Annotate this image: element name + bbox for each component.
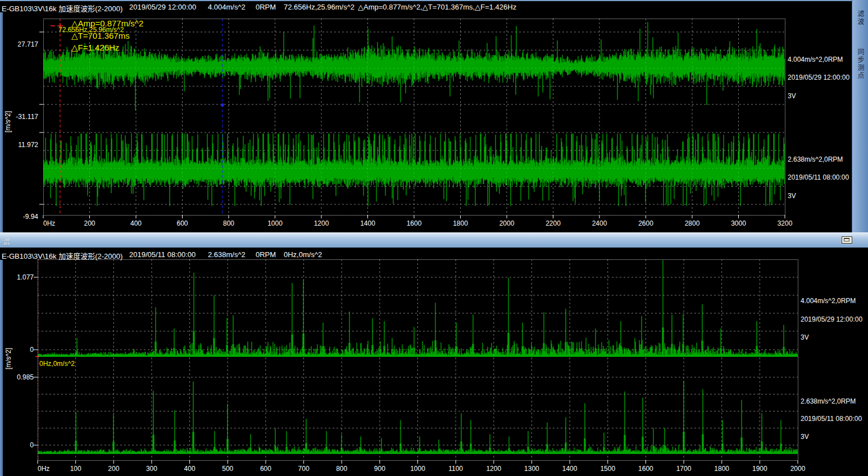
x-tick-label: 400 xyxy=(184,465,196,473)
x-tick-label: 2000 xyxy=(790,465,806,473)
x-tick-label: 2600 xyxy=(638,219,653,227)
right-toolbar: 滤波 同步测点 xyxy=(852,0,868,232)
spectrum-window-title: 谱 xyxy=(3,236,10,246)
restore-window-icon xyxy=(844,238,849,241)
waveform-right-label: 2019/05/11 08:00:00 xyxy=(788,173,849,181)
spectrum-right-label: 2019/05/11 08:00:00 xyxy=(801,415,862,423)
x-tick-label: 100 xyxy=(70,465,81,473)
x-tick-label: 1500 xyxy=(600,465,615,473)
spectrum-right-label: 2.638m/s^2,0RPM xyxy=(801,397,856,405)
waveform-right-label: 3V xyxy=(788,92,796,100)
delta-f-annotation: △F=1.426Hz xyxy=(71,43,119,53)
x-tick-label: 1700 xyxy=(676,465,692,473)
x-tick-label: 0Hz xyxy=(43,219,55,227)
waveform-delta-readout: △Amp=0.877m/s^2,△T=701.367ms,△F=1.426Hz xyxy=(358,3,516,11)
spectrum-right-label: 4.004m/s^2,0RPM xyxy=(801,297,856,305)
x-tick-label: 2200 xyxy=(546,219,561,227)
x-tick-label: 2800 xyxy=(685,219,700,227)
x-tick-label: 1600 xyxy=(638,465,653,473)
waveform-datetime: 2019/05/29 12:00:00 xyxy=(129,3,196,11)
x-tick-label: 1600 xyxy=(407,219,422,227)
spectrum-right-label: 2019/05/29 12:00:00 xyxy=(801,315,862,323)
x-tick-label: 1300 xyxy=(524,465,539,473)
x-tick-label: 800 xyxy=(336,465,347,473)
x-tick-label: 200 xyxy=(108,465,119,473)
spectrum-right-label: 3V xyxy=(801,333,809,341)
waveform-y-label: -31.117 xyxy=(4,113,38,121)
restore-window-button[interactable] xyxy=(842,236,852,244)
spectrum-y-label: 0.985 xyxy=(0,373,34,381)
delta-amp-annotation: △Amp=0.877m/s^2 xyxy=(71,19,143,29)
vibration-analysis-app: E-GB103\3V\16k 加速度波形(2-2000) 2019/05/29 … xyxy=(0,0,868,476)
waveform-y-label: 27.717 xyxy=(4,40,38,48)
waveform-right-label: 2.638m/s^2,0RPM xyxy=(788,155,843,163)
spectrum-right-label: 3V xyxy=(801,433,809,441)
waveform-right-label: 3V xyxy=(788,192,796,200)
waveform-y-label: -9.94 xyxy=(4,213,38,221)
x-tick-label: 1800 xyxy=(453,219,468,227)
x-tick-label: 2400 xyxy=(592,219,607,227)
x-tick-label: 1400 xyxy=(562,465,578,473)
x-tick-label: 900 xyxy=(374,465,385,473)
waveform-right-label: 2019/05/29 12:00:00 xyxy=(788,74,849,81)
x-tick-label: 500 xyxy=(222,465,233,473)
spectrum-cursor-readout: 0Hz,0m/s^2 xyxy=(284,250,322,259)
x-tick-label: 300 xyxy=(146,465,157,473)
waveform-header: E-GB103\3V\16k 加速度波形(2-2000) 2019/05/29 … xyxy=(0,1,868,13)
x-tick-label: 3200 xyxy=(778,219,793,227)
waveform-amplitude: 4.004m/s^2 xyxy=(208,3,246,11)
filter-button[interactable]: 滤波 xyxy=(855,10,865,26)
spectrum-datetime: 2019/05/11 08:00:00 xyxy=(129,250,196,259)
waveform-plot-border xyxy=(43,19,785,216)
spectrum-plot-border xyxy=(38,259,798,461)
spectrum-cursor-annotation: 0Hz,0m/s^2 xyxy=(39,360,75,368)
x-tick-label: 1900 xyxy=(752,465,767,473)
x-tick-label: 1800 xyxy=(714,465,729,473)
x-tick-label: 400 xyxy=(130,219,142,227)
spectrum-window-titlebar[interactable]: 谱 xyxy=(0,232,868,248)
x-tick-label: 3000 xyxy=(731,219,746,227)
waveform-cursor-readout: 72.656Hz,25.96m/s^2 xyxy=(284,3,355,11)
spectrum-y-label: 0 xyxy=(0,346,34,354)
x-tick-label: 1100 xyxy=(448,465,463,473)
x-tick-label: 700 xyxy=(298,465,310,473)
x-tick-label: 200 xyxy=(84,219,95,227)
x-tick-label: 1200 xyxy=(486,465,501,473)
spectrum-rpm: 0RPM xyxy=(256,250,276,259)
sync-points-button[interactable]: 同步测点 xyxy=(855,48,865,80)
x-tick-label: 1000 xyxy=(267,219,283,227)
x-tick-label: 1200 xyxy=(314,219,329,227)
delta-t-annotation: △T=701.367ms xyxy=(71,31,130,41)
waveform-right-label: 4.004m/s^2,0RPM xyxy=(788,56,843,63)
x-tick-label: 1400 xyxy=(360,219,375,227)
spectrum-y-label: 0 xyxy=(0,441,34,449)
waveform-rpm: 0RPM xyxy=(256,3,276,11)
waveform-y-label: 11.972 xyxy=(4,141,38,149)
spectrum-amplitude: 2.638m/s^2 xyxy=(208,250,246,259)
x-tick-label: 600 xyxy=(176,219,188,227)
x-tick-label: 0Hz xyxy=(38,465,49,473)
spectrum-y-unit: [m/s^2] xyxy=(4,338,12,369)
spectrum-y-label: 1.077 xyxy=(0,273,34,281)
x-tick-label: 600 xyxy=(260,465,271,473)
x-tick-label: 2000 xyxy=(499,219,515,227)
x-tick-label: 1000 xyxy=(410,465,425,473)
x-tick-label: 800 xyxy=(223,219,234,227)
